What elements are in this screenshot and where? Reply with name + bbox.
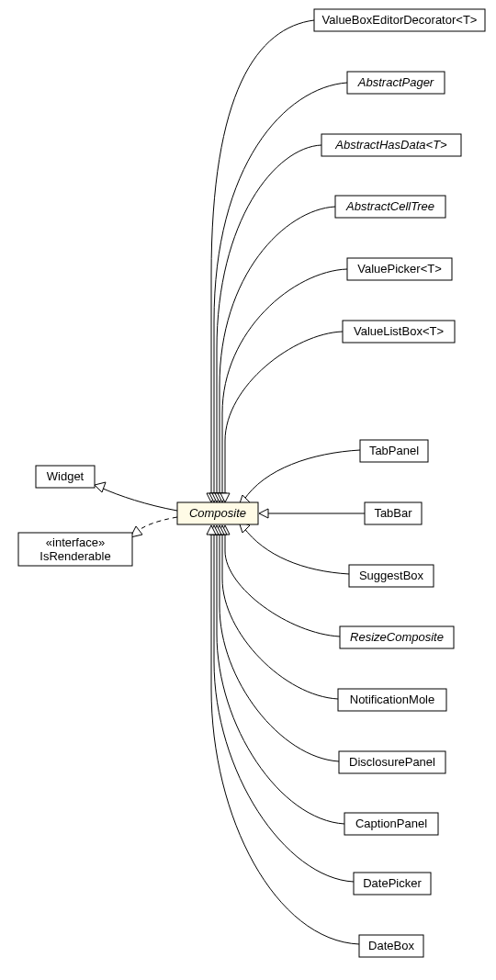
node-abstracthasdata[interactable]: AbstractHasData<T> [321, 134, 461, 156]
svg-text:DatePicker: DatePicker [363, 876, 422, 890]
node-valueboxeditor[interactable]: ValueBoxEditorDecorator<T> [314, 9, 485, 31]
edge [243, 450, 360, 501]
svg-text:ValuePicker<T>: ValuePicker<T> [357, 262, 442, 276]
svg-text:DisclosurePanel: DisclosurePanel [349, 755, 435, 769]
svg-marker-15 [95, 482, 106, 492]
node-isrenderable[interactable]: «interface» IsRenderable [18, 533, 132, 566]
node-valuepicker[interactable]: ValuePicker<T> [347, 258, 452, 280]
svg-text:DateBox: DateBox [368, 939, 414, 952]
edge-implements [136, 517, 177, 533]
svg-text:«interface»: «interface» [46, 535, 105, 549]
edge [217, 532, 344, 824]
svg-text:SuggestBox: SuggestBox [359, 569, 424, 582]
node-tabpanel[interactable]: TabPanel [360, 440, 428, 462]
node-composite[interactable]: Composite [177, 502, 258, 524]
node-abstractcelltree[interactable]: AbstractCellTree [335, 196, 445, 218]
svg-text:IsRenderable: IsRenderable [39, 549, 110, 563]
node-valuelistbox[interactable]: ValueListBox<T> [343, 321, 455, 343]
edge [243, 527, 349, 574]
node-captionpanel[interactable]: CaptionPanel [344, 813, 438, 835]
node-suggestbox[interactable]: SuggestBox [349, 565, 434, 587]
node-tabbar[interactable]: TabBar [365, 502, 422, 524]
svg-text:AbstractHasData<T>: AbstractHasData<T> [334, 138, 447, 152]
uml-diagram: Composite Widget «interface» IsRenderabl… [0, 0, 496, 980]
node-notificationmole[interactable]: NotificationMole [338, 689, 446, 711]
node-widget[interactable]: Widget [36, 466, 95, 488]
svg-marker-7 [259, 509, 268, 518]
edge [214, 532, 354, 882]
svg-text:TabBar: TabBar [374, 506, 412, 520]
svg-text:TabPanel: TabPanel [369, 444, 419, 457]
edge [222, 269, 347, 496]
node-abstractpager[interactable]: AbstractPager [347, 72, 445, 94]
svg-text:Widget: Widget [47, 469, 85, 483]
node-resizecomposite[interactable]: ResizeComposite [340, 626, 454, 648]
svg-text:AbstractCellTree: AbstractCellTree [345, 199, 434, 213]
edge [225, 332, 343, 496]
svg-text:NotificationMole: NotificationMole [350, 693, 435, 706]
node-datepicker[interactable]: DatePicker [354, 873, 431, 895]
node-datebox[interactable]: DateBox [359, 935, 423, 957]
svg-text:ValueListBox<T>: ValueListBox<T> [354, 324, 444, 338]
svg-text:Composite: Composite [189, 506, 246, 520]
edge [211, 532, 359, 944]
svg-text:ValueBoxEditorDecorator<T>: ValueBoxEditorDecorator<T> [322, 13, 478, 27]
edge-extends [101, 488, 177, 511]
edge [225, 532, 340, 636]
svg-text:ResizeComposite: ResizeComposite [350, 630, 444, 644]
svg-text:CaptionPanel: CaptionPanel [355, 817, 427, 830]
node-disclosurepanel[interactable]: DisclosurePanel [339, 751, 445, 773]
svg-text:AbstractPager: AbstractPager [357, 75, 434, 89]
